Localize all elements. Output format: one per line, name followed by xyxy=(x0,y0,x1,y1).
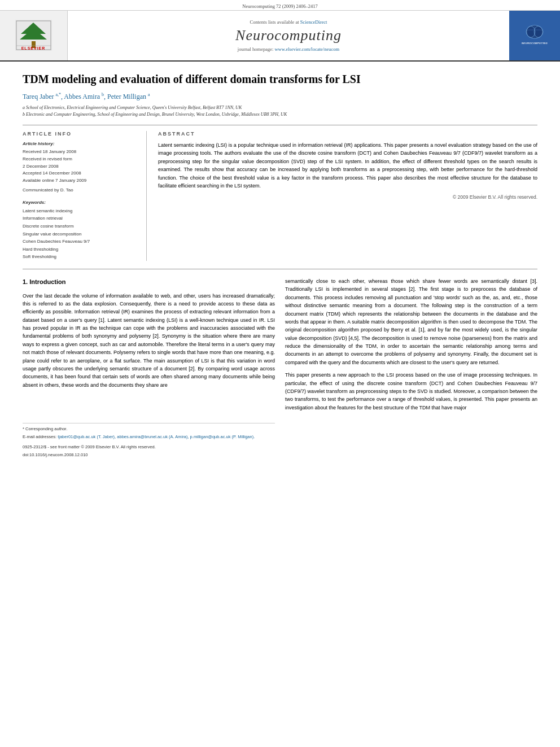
author-tareq: Tareq Jaber xyxy=(23,93,55,101)
article-info-title: ARTICLE INFO xyxy=(23,131,139,137)
science-direct-line: Contents lists available at ScienceDirec… xyxy=(250,19,327,25)
keyword-3: Discrete cosine transform xyxy=(23,222,139,230)
article-info-column: ARTICLE INFO Article history: Received 1… xyxy=(23,131,147,261)
abstract-text: Latent semantic indexing (LSI) is a popu… xyxy=(158,141,537,190)
history-accepted: Accepted 14 December 2008 xyxy=(23,170,139,177)
footer-issn: 0925-2312/$ - see front matter © 2009 El… xyxy=(23,444,275,451)
history-received: Received 18 January 2008 xyxy=(23,148,139,156)
keywords-section: Keywords: Latent semantic indexing Infor… xyxy=(23,200,139,261)
svg-text:ELSEVIER: ELSEVIER xyxy=(21,46,46,50)
affiliation-a: a School of Electronics, Electrical Engi… xyxy=(23,104,537,111)
abstract-column: ABSTRACT Latent semantic indexing (LSI) … xyxy=(158,131,537,261)
keywords-label: Keywords: xyxy=(23,200,139,205)
right-para-2: This paper presents a new approach to th… xyxy=(285,371,537,412)
keyword-4: Singular value decomposition xyxy=(23,230,139,238)
affiliation-b: b Electronic and Computer Engineering, S… xyxy=(23,111,537,118)
keyword-5: Cohen Daubechies Feauveau 9/7 xyxy=(23,238,139,246)
body-columns: 1. Introduction Over the last decade the… xyxy=(23,269,537,458)
history-label: Article history: xyxy=(23,141,139,146)
authors-line: Tareq Jaber a,*, Abbes Amira b, Peter Mi… xyxy=(23,92,537,101)
history-revised-date: 2 December 2008 xyxy=(23,163,139,171)
journal-title: Neurocomputing xyxy=(235,27,342,44)
abstract-title: ABSTRACT xyxy=(158,131,537,137)
header-banner: ELSEVIER Contents lists available at Sci… xyxy=(0,11,560,62)
article-container: TDM modeling and evaluation of different… xyxy=(0,62,560,469)
neurocomputing-logo-area: NEUROCOMPUTING xyxy=(509,11,560,60)
elsevier-tree-icon: ELSEVIER xyxy=(15,20,52,51)
homepage-link[interactable]: www.elsevier.com/locate/neucom xyxy=(274,46,339,52)
article-info-row: ARTICLE INFO Article history: Received 1… xyxy=(23,125,537,261)
intro-para-1: Over the last decade the volume of infor… xyxy=(23,292,275,390)
affiliations: a School of Electronics, Electrical Engi… xyxy=(23,104,537,118)
introduction-title: 1. Introduction xyxy=(23,277,275,287)
right-para-1: semantically close to each other, wherea… xyxy=(285,277,537,366)
keyword-1: Latent semantic indexing xyxy=(23,207,139,215)
footnote-email: E-mail addresses: tjaber01@qub.ac.uk (T.… xyxy=(23,434,275,440)
neurocomputing-icon: NEUROCOMPUTING xyxy=(520,21,549,50)
body-left-column: 1. Introduction Over the last decade the… xyxy=(23,277,275,458)
footer-doi: doi:10.1016/j.neucom.2008.12.010 xyxy=(23,452,275,458)
journal-homepage-line: journal homepage: www.elsevier.com/locat… xyxy=(238,46,339,52)
svg-text:NEUROCOMPUTING: NEUROCOMPUTING xyxy=(522,42,548,45)
paper-title: TDM modeling and evaluation of different… xyxy=(23,72,537,86)
keyword-7: Soft thresholding xyxy=(23,253,139,261)
footnotes-area: * Corresponding author. E-mail addresses… xyxy=(23,423,275,458)
journal-citation: Neurocomputing 72 (2009) 2406–2417 xyxy=(0,0,560,11)
footnote-star: * Corresponding author. xyxy=(23,426,275,433)
elsevier-logo-area: ELSEVIER xyxy=(0,11,68,60)
journal-header-center: Contents lists available at ScienceDirec… xyxy=(68,11,509,60)
history-revised-label: Received in revised form xyxy=(23,156,139,163)
science-direct-link[interactable]: ScienceDirect xyxy=(300,19,327,25)
copyright-line: © 2009 Elsevier B.V. All rights reserved… xyxy=(158,194,537,200)
communicated-by: Communicated by D. Tao xyxy=(23,187,139,194)
history-available: Available online 7 January 2009 xyxy=(23,177,139,185)
keyword-6: Hard thresholding xyxy=(23,246,139,254)
body-right-column: semantically close to each other, wherea… xyxy=(285,277,537,458)
keyword-2: Information retrieval xyxy=(23,215,139,222)
